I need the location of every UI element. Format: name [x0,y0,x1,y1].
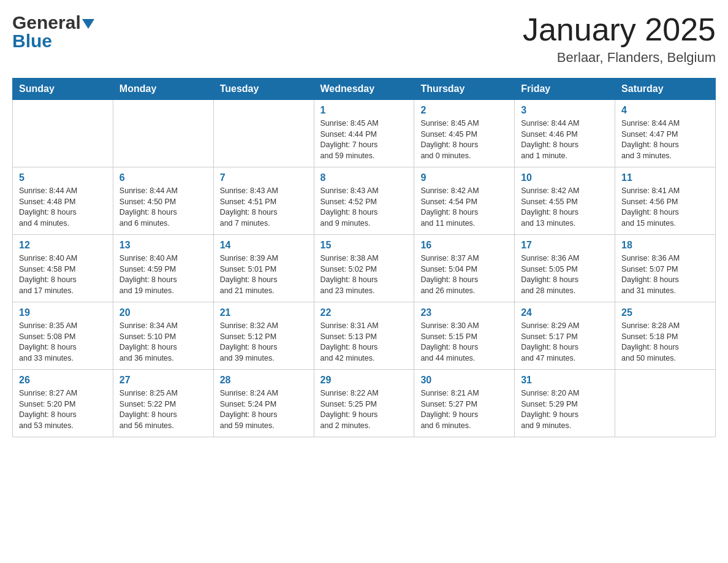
calendar-header: SundayMondayTuesdayWednesdayThursdayFrid… [13,79,716,100]
title-section: January 2025 Berlaar, Flanders, Belgium [523,12,716,66]
calendar-cell [615,370,716,437]
weekday-header-thursday: Thursday [414,79,515,100]
day-info: Sunrise: 8:30 AM Sunset: 5:15 PM Dayligh… [420,321,508,364]
calendar-cell: 9Sunrise: 8:42 AM Sunset: 4:54 PM Daylig… [414,167,515,235]
calendar-cell: 25Sunrise: 8:28 AM Sunset: 5:18 PM Dayli… [615,302,716,370]
calendar-cell: 18Sunrise: 8:36 AM Sunset: 5:07 PM Dayli… [615,235,716,302]
day-number: 31 [521,375,609,386]
day-info: Sunrise: 8:39 AM Sunset: 5:01 PM Dayligh… [220,253,308,296]
day-number: 14 [220,240,308,251]
calendar-cell: 12Sunrise: 8:40 AM Sunset: 4:58 PM Dayli… [13,235,113,302]
day-number: 2 [420,105,508,116]
day-info: Sunrise: 8:27 AM Sunset: 5:20 PM Dayligh… [19,388,107,431]
day-number: 19 [19,307,107,318]
calendar-cell: 30Sunrise: 8:21 AM Sunset: 5:27 PM Dayli… [414,370,515,437]
day-number: 27 [119,375,207,386]
day-number: 30 [420,375,508,386]
day-info: Sunrise: 8:32 AM Sunset: 5:12 PM Dayligh… [220,321,308,364]
calendar-cell: 16Sunrise: 8:37 AM Sunset: 5:04 PM Dayli… [414,235,515,302]
day-number: 29 [320,375,408,386]
day-number: 13 [119,240,207,251]
calendar-body: 1Sunrise: 8:45 AM Sunset: 4:44 PM Daylig… [13,100,716,437]
calendar-cell: 4Sunrise: 8:44 AM Sunset: 4:47 PM Daylig… [615,100,716,167]
day-info: Sunrise: 8:20 AM Sunset: 5:29 PM Dayligh… [521,388,609,431]
calendar-cell: 31Sunrise: 8:20 AM Sunset: 5:29 PM Dayli… [515,370,615,437]
day-info: Sunrise: 8:34 AM Sunset: 5:10 PM Dayligh… [119,321,207,364]
calendar-cell: 10Sunrise: 8:42 AM Sunset: 4:55 PM Dayli… [515,167,615,235]
day-number: 12 [19,240,107,251]
day-number: 18 [621,240,709,251]
calendar-cell: 2Sunrise: 8:45 AM Sunset: 4:45 PM Daylig… [414,100,515,167]
logo-triangle-icon [82,19,94,31]
weekday-header-sunday: Sunday [13,79,113,100]
day-info: Sunrise: 8:45 AM Sunset: 4:45 PM Dayligh… [420,118,508,161]
logo-general-text: General [12,12,81,33]
calendar-cell: 8Sunrise: 8:43 AM Sunset: 4:52 PM Daylig… [314,167,414,235]
day-number: 5 [19,172,107,183]
day-number: 11 [621,172,709,183]
day-info: Sunrise: 8:38 AM Sunset: 5:02 PM Dayligh… [320,253,408,296]
calendar-cell: 17Sunrise: 8:36 AM Sunset: 5:05 PM Dayli… [515,235,615,302]
calendar-cell: 14Sunrise: 8:39 AM Sunset: 5:01 PM Dayli… [213,235,314,302]
day-number: 22 [320,307,408,318]
day-number: 8 [320,172,408,183]
calendar-cell [213,100,314,167]
location-text: Berlaar, Flanders, Belgium [523,50,716,66]
logo: General Blue [12,12,94,52]
day-info: Sunrise: 8:45 AM Sunset: 4:44 PM Dayligh… [320,118,408,161]
day-number: 4 [621,105,709,116]
day-number: 15 [320,240,408,251]
day-info: Sunrise: 8:36 AM Sunset: 5:07 PM Dayligh… [621,253,709,296]
calendar-week-3: 12Sunrise: 8:40 AM Sunset: 4:58 PM Dayli… [13,235,716,302]
day-info: Sunrise: 8:43 AM Sunset: 4:51 PM Dayligh… [220,186,308,229]
calendar-cell: 28Sunrise: 8:24 AM Sunset: 5:24 PM Dayli… [213,370,314,437]
calendar-cell: 21Sunrise: 8:32 AM Sunset: 5:12 PM Dayli… [213,302,314,370]
logo-blue-text: Blue [12,31,94,52]
day-info: Sunrise: 8:35 AM Sunset: 5:08 PM Dayligh… [19,321,107,364]
calendar-cell: 6Sunrise: 8:44 AM Sunset: 4:50 PM Daylig… [113,167,213,235]
day-info: Sunrise: 8:44 AM Sunset: 4:46 PM Dayligh… [521,118,609,161]
day-info: Sunrise: 8:21 AM Sunset: 5:27 PM Dayligh… [420,388,508,431]
calendar-cell [13,100,113,167]
day-info: Sunrise: 8:43 AM Sunset: 4:52 PM Dayligh… [320,186,408,229]
day-info: Sunrise: 8:44 AM Sunset: 4:48 PM Dayligh… [19,186,107,229]
day-info: Sunrise: 8:40 AM Sunset: 4:58 PM Dayligh… [19,253,107,296]
weekday-header-wednesday: Wednesday [314,79,414,100]
day-info: Sunrise: 8:31 AM Sunset: 5:13 PM Dayligh… [320,321,408,364]
calendar-cell: 13Sunrise: 8:40 AM Sunset: 4:59 PM Dayli… [113,235,213,302]
day-number: 7 [220,172,308,183]
calendar-cell: 29Sunrise: 8:22 AM Sunset: 5:25 PM Dayli… [314,370,414,437]
day-number: 24 [521,307,609,318]
calendar-cell: 3Sunrise: 8:44 AM Sunset: 4:46 PM Daylig… [515,100,615,167]
day-info: Sunrise: 8:42 AM Sunset: 4:55 PM Dayligh… [521,186,609,229]
calendar-cell: 22Sunrise: 8:31 AM Sunset: 5:13 PM Dayli… [314,302,414,370]
calendar-cell: 24Sunrise: 8:29 AM Sunset: 5:17 PM Dayli… [515,302,615,370]
day-number: 26 [19,375,107,386]
calendar-table: SundayMondayTuesdayWednesdayThursdayFrid… [12,78,716,437]
weekday-header-saturday: Saturday [615,79,716,100]
day-info: Sunrise: 8:25 AM Sunset: 5:22 PM Dayligh… [119,388,207,431]
day-number: 6 [119,172,207,183]
day-number: 9 [420,172,508,183]
day-number: 17 [521,240,609,251]
day-info: Sunrise: 8:36 AM Sunset: 5:05 PM Dayligh… [521,253,609,296]
calendar-week-2: 5Sunrise: 8:44 AM Sunset: 4:48 PM Daylig… [13,167,716,235]
day-number: 21 [220,307,308,318]
calendar-cell: 27Sunrise: 8:25 AM Sunset: 5:22 PM Dayli… [113,370,213,437]
calendar-cell: 5Sunrise: 8:44 AM Sunset: 4:48 PM Daylig… [13,167,113,235]
calendar-cell: 7Sunrise: 8:43 AM Sunset: 4:51 PM Daylig… [213,167,314,235]
page-header: General Blue January 2025 Berlaar, Fland… [12,12,716,66]
calendar-cell: 20Sunrise: 8:34 AM Sunset: 5:10 PM Dayli… [113,302,213,370]
weekday-header-tuesday: Tuesday [213,79,314,100]
calendar-cell: 19Sunrise: 8:35 AM Sunset: 5:08 PM Dayli… [13,302,113,370]
calendar-week-5: 26Sunrise: 8:27 AM Sunset: 5:20 PM Dayli… [13,370,716,437]
day-number: 16 [420,240,508,251]
calendar-week-4: 19Sunrise: 8:35 AM Sunset: 5:08 PM Dayli… [13,302,716,370]
day-number: 23 [420,307,508,318]
day-info: Sunrise: 8:44 AM Sunset: 4:50 PM Dayligh… [119,186,207,229]
day-info: Sunrise: 8:37 AM Sunset: 5:04 PM Dayligh… [420,253,508,296]
month-title: January 2025 [523,12,716,47]
calendar-cell: 26Sunrise: 8:27 AM Sunset: 5:20 PM Dayli… [13,370,113,437]
weekday-header-friday: Friday [515,79,615,100]
day-info: Sunrise: 8:41 AM Sunset: 4:56 PM Dayligh… [621,186,709,229]
